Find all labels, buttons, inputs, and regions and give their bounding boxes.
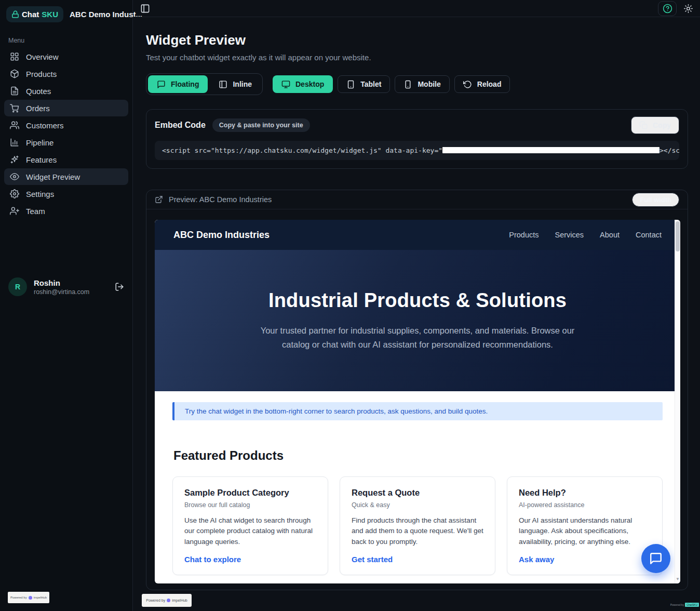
card-body: Find products through the chat assistant… (352, 515, 483, 547)
sidebar-item-label: Overview (26, 52, 59, 61)
embed-hint-badge: Copy & paste into your site (212, 118, 310, 132)
sidebar-item-label: Features (26, 155, 57, 164)
sidebar-item-pipeline[interactable]: Pipeline (4, 134, 128, 151)
chat-bubble-icon (649, 552, 663, 565)
card-request-a-quote: Request a Quote Quick & easy Find produc… (340, 476, 495, 575)
lock-icon (11, 10, 19, 18)
embed-header: Embed Code Copy & paste into your site C… (155, 116, 679, 134)
message-square-icon (157, 80, 166, 89)
sun-icon[interactable] (684, 4, 693, 13)
desktop-device-button[interactable]: Desktop (273, 75, 333, 93)
get-started-link[interactable]: Get started (352, 555, 483, 564)
impelhub-icon (29, 596, 32, 600)
workspace-name: ABC Demo Indust... (70, 10, 142, 19)
powered-by-label: Powered by (10, 596, 27, 599)
site-content: Try the chat widget in the bottom-right … (155, 391, 680, 575)
main-area: Widget Preview Test your chatbot widget … (133, 0, 700, 611)
mode-button-group: Floating Inline (146, 73, 263, 95)
card-sample-product-category: Sample Product Category Browse our full … (172, 476, 328, 575)
hero-subtitle: Your trusted partner for industrial supp… (257, 324, 578, 351)
preview-toolbar: Floating Inline Desktop Tablet Mobile (146, 73, 688, 95)
featured-cards: Sample Product Category Browse our full … (172, 476, 663, 575)
user-meta: Roshin roshin@virtina.com (34, 278, 89, 296)
sidebar-item-overview[interactable]: Overview (4, 48, 128, 65)
card-subtitle: Quick & easy (352, 501, 483, 509)
impelhub-label: impelHub (172, 599, 187, 602)
sidebar-item-widget-preview[interactable]: Widget Preview (4, 168, 128, 185)
card-subtitle: Browse our full catalog (184, 501, 316, 509)
sidebar-item-label: Orders (26, 104, 50, 113)
site-hero: Industrial Products & Solutions Your tru… (155, 250, 680, 391)
impelhub-label: impelHub (34, 596, 47, 599)
reload-button[interactable]: Reload (454, 75, 510, 93)
powered-by-impelhub-badge[interactable]: Powered by impelHub (8, 592, 49, 603)
help-button[interactable] (658, 1, 677, 16)
site-brand: ABC Demo Industries (173, 230, 270, 241)
chat-widget-launcher[interactable] (641, 544, 670, 573)
mobile-device-button[interactable]: Mobile (395, 75, 449, 93)
sidebar-item-products[interactable]: Products (4, 65, 128, 82)
inline-mode-button[interactable]: Inline (210, 75, 261, 93)
sidebar: ChatSKU ABC Demo Indust... Menu Overview… (0, 0, 133, 611)
sidebar-item-label: Quotes (26, 87, 51, 96)
menu-section-label: Menu (8, 37, 124, 44)
panel-left-icon[interactable] (140, 4, 150, 14)
sidebar-item-label: Team (26, 207, 45, 216)
chatsku-label: ChatSKU (685, 603, 699, 607)
full-width-button[interactable]: Full width (632, 193, 679, 207)
code-suffix: ></script> (659, 147, 679, 154)
scrollbar-thumb[interactable] (676, 221, 680, 251)
sidebar-item-label: Pipeline (26, 138, 53, 147)
copy-button-label: Copy (653, 121, 671, 129)
preview-scrollbar[interactable]: ▼ (675, 220, 680, 583)
code-prefix: <script src="https://app.chatsku.com/wid… (162, 147, 442, 154)
user-plus-icon (10, 206, 19, 216)
preview-header: Preview: ABC Demo Industries Full width (146, 190, 688, 209)
site-nav-services[interactable]: Services (555, 231, 584, 239)
preview-title: Preview: ABC Demo Industries (169, 195, 272, 204)
powered-by-impelhub-badge[interactable]: Powered by impelHub (142, 594, 192, 607)
impelhub-icon (167, 599, 170, 602)
users-icon (10, 121, 19, 130)
copy-button[interactable]: Copy (631, 116, 679, 134)
bar-chart-icon (10, 138, 19, 147)
site-nav-products[interactable]: Products (509, 231, 539, 239)
button-label: Mobile (418, 80, 440, 88)
powered-by-label: Powered by (670, 603, 684, 606)
chat-to-explore-link[interactable]: Chat to explore (184, 555, 316, 564)
floating-mode-button[interactable]: Floating (148, 75, 208, 93)
sidebar-item-quotes[interactable]: Quotes (4, 83, 128, 99)
site-nav-contact[interactable]: Contact (636, 231, 662, 239)
chatsku-logo[interactable]: ChatSKU (6, 6, 63, 22)
help-circle-icon (663, 4, 672, 14)
sidebar-item-orders[interactable]: Orders (4, 100, 128, 116)
smartphone-icon (403, 80, 412, 89)
sidebar-item-label: Customers (26, 121, 64, 130)
ask-away-link[interactable]: Ask away (519, 555, 651, 564)
card-body: Our AI assistant understands natural lan… (519, 515, 651, 547)
sidebar-item-features[interactable]: Features (4, 151, 128, 168)
sidebar-item-customers[interactable]: Customers (4, 117, 128, 134)
chat-widget-hint-banner: Try the chat widget in the bottom-right … (172, 402, 663, 420)
site-nav-about[interactable]: About (600, 231, 620, 239)
powered-by-chatsku-badge[interactable]: Powered by ChatSKU (670, 601, 700, 608)
monitor-icon (281, 80, 290, 89)
site-nav: Products Services About Contact (509, 231, 662, 239)
button-label: Desktop (295, 80, 324, 88)
sidebar-item-label: Settings (26, 190, 54, 198)
sidebar-item-settings[interactable]: Settings (4, 185, 128, 202)
tablet-device-button[interactable]: Tablet (338, 75, 390, 93)
scrollbar-down-arrow[interactable]: ▼ (675, 577, 680, 581)
logout-icon[interactable] (115, 282, 124, 291)
page-title: Widget Preview (146, 32, 688, 48)
package-icon (10, 69, 19, 78)
external-link-icon[interactable] (155, 195, 163, 204)
embedded-site-preview: ABC Demo Industries Products Services Ab… (155, 220, 680, 583)
redacted-api-key (442, 147, 659, 153)
embed-code-block[interactable]: <script src="https://app.chatsku.com/wid… (155, 141, 679, 160)
eye-icon (10, 172, 19, 181)
gear-icon (10, 189, 19, 198)
sidebar-item-team[interactable]: Team (4, 203, 128, 219)
topbar-actions (658, 1, 693, 16)
sidebar-nav: Overview Products Quotes Orders Customer… (0, 48, 132, 219)
